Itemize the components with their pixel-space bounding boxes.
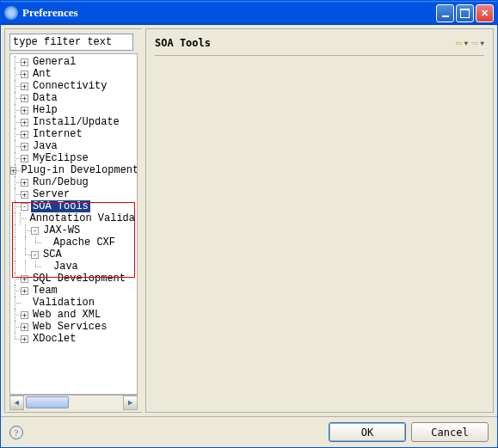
tree-item-install[interactable]: +Install/Update [10, 116, 137, 128]
expand-icon[interactable]: + [21, 287, 28, 295]
tree-item-validation[interactable]: Validation [10, 297, 137, 309]
scroll-left-button[interactable]: ◄ [9, 396, 24, 410]
ok-button[interactable]: OK [329, 422, 406, 442]
tree-item-plugin[interactable]: +Plug-in Development [10, 164, 137, 176]
expand-icon[interactable]: + [21, 335, 28, 343]
panel-body [155, 56, 484, 405]
expand-icon[interactable]: + [21, 83, 28, 90]
bottom-bar: ? OK Cancel [1, 416, 497, 447]
panel-header: SOA Tools ⇦▼ ⇨▼ [155, 36, 484, 56]
expand-icon[interactable]: + [21, 119, 28, 126]
scroll-track[interactable] [24, 396, 123, 409]
tree-item-myeclipse[interactable]: +MyEclipse [10, 152, 137, 164]
tree-item-data[interactable]: +Data [10, 92, 137, 104]
expand-icon[interactable]: + [21, 323, 28, 331]
preference-tree: +General +Ant +Connectivity +Data +Help … [10, 54, 137, 347]
nav-arrows: ⇦▼ ⇨▼ [456, 36, 484, 50]
back-button[interactable]: ⇦▼ [456, 36, 469, 50]
arrow-forward-icon: ⇨ [471, 36, 478, 50]
chevron-down-icon: ▼ [464, 40, 469, 47]
window-title: Preferences [22, 6, 436, 20]
cancel-button[interactable]: Cancel [411, 422, 489, 442]
tree-item-xdoclet[interactable]: +XDoclet [10, 333, 137, 345]
expand-icon[interactable]: + [21, 107, 28, 114]
expand-icon[interactable]: + [21, 71, 28, 78]
tree-item-ant[interactable]: +Ant [10, 68, 137, 80]
tree-item-server[interactable]: +Server [10, 188, 137, 200]
expand-icon[interactable]: + [21, 191, 28, 199]
tree-item-help[interactable]: +Help [10, 104, 137, 116]
titlebar: Preferences ✕ [1, 1, 497, 25]
tree-item-general[interactable]: +General [10, 56, 137, 68]
forward-button[interactable]: ⇨▼ [471, 36, 484, 50]
arrow-back-icon: ⇦ [456, 36, 463, 50]
minimize-button[interactable] [436, 4, 454, 22]
tree-item-team[interactable]: +Team [10, 285, 137, 297]
scroll-thumb[interactable] [26, 396, 69, 408]
left-pane: +General +Ant +Connectivity +Data +Help … [4, 28, 142, 413]
maximize-button[interactable] [456, 4, 474, 22]
tree-item-rundebug[interactable]: +Run/Debug [10, 176, 137, 188]
expand-icon[interactable]: + [21, 131, 28, 138]
tree-item-internet[interactable]: +Internet [10, 128, 137, 140]
right-pane: SOA Tools ⇦▼ ⇨▼ [145, 28, 494, 413]
expand-icon[interactable]: + [21, 58, 28, 66]
tree-container: +General +Ant +Connectivity +Data +Help … [9, 53, 138, 395]
chevron-down-icon: ▼ [480, 40, 484, 47]
panel-title: SOA Tools [155, 37, 456, 49]
filter-input[interactable] [9, 34, 133, 51]
expand-icon[interactable]: + [21, 95, 28, 102]
filter-box [9, 34, 138, 51]
tree-item-connectivity[interactable]: +Connectivity [10, 80, 137, 92]
expand-icon[interactable]: + [21, 155, 28, 163]
expand-icon[interactable]: + [21, 179, 28, 187]
tree-item-webservices[interactable]: +Web Services [10, 321, 137, 333]
close-button[interactable]: ✕ [476, 4, 494, 22]
scroll-right-button[interactable]: ► [123, 396, 138, 410]
help-icon[interactable]: ? [9, 426, 23, 439]
content-area: +General +Ant +Connectivity +Data +Help … [1, 25, 497, 416]
expand-icon[interactable]: + [21, 143, 28, 150]
preferences-window: Preferences ✕ +General +Ant +Connectivit… [0, 0, 498, 448]
window-controls: ✕ [436, 4, 494, 22]
tree-item-webxml[interactable]: +Web and XML [10, 309, 137, 321]
expand-icon[interactable]: + [21, 311, 28, 319]
app-icon [4, 6, 18, 20]
horizontal-scrollbar[interactable]: ◄ ► [9, 395, 138, 409]
tree-item-java[interactable]: +Java [10, 140, 137, 152]
